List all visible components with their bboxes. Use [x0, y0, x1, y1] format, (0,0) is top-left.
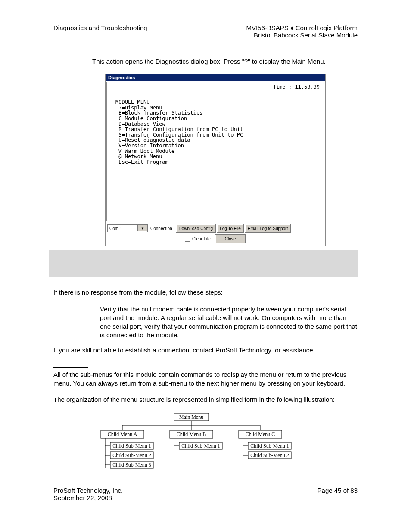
verify-paragraph: Verify that the null modem cable is conn…: [100, 305, 358, 340]
intro-paragraph: This action opens the Diagnostics dialog…: [92, 57, 358, 66]
diagram-a2: Child Sub-Menu 2: [112, 452, 151, 458]
submenus-paragraph: All of the sub-menus for this module con…: [53, 370, 358, 388]
header-left: Diagnostics and Troubleshooting: [53, 24, 147, 31]
diagram-main: Main Menu: [179, 414, 203, 420]
time-display: Time : 11.58.39: [273, 85, 320, 90]
clear-file-label: Clear File: [192, 236, 211, 241]
diagnostics-dialog: Diagnostics Time : 11.58.39 MODULE MENU …: [105, 74, 326, 246]
no-response-paragraph: If there is no response from the module,…: [53, 288, 358, 297]
gray-spacer-bar: [49, 250, 358, 277]
connection-label: Connection: [150, 226, 172, 231]
diagram-a3: Child Sub-Menu 3: [112, 462, 151, 468]
header-right-line1: MVI56-BSAPS ♦ ControlLogix Platform: [246, 24, 358, 31]
chevron-down-icon: ▼: [137, 225, 147, 231]
dialog-titlebar: Diagnostics: [106, 74, 325, 81]
assistance-paragraph: If you are still not able to establish a…: [53, 346, 358, 355]
diagram-child-a: Child Menu A: [108, 431, 137, 437]
email-log-button[interactable]: Email Log to Support: [245, 224, 291, 233]
dialog-control-bar: Com 1 ▼ Connection DownLoad Config Log T…: [106, 223, 325, 246]
clear-file-checkbox[interactable]: Clear File: [185, 236, 211, 242]
close-button[interactable]: Close: [215, 234, 246, 243]
footer-company: ProSoft Technology, Inc.: [53, 487, 123, 494]
section-divider: [53, 367, 88, 368]
diagram-child-c: Child Menu C: [246, 431, 275, 437]
page-footer: ProSoft Technology, Inc. September 22, 2…: [53, 485, 358, 501]
page-header: Diagnostics and Troubleshooting MVI56-BS…: [53, 24, 358, 47]
terminal-area: Time : 11.58.39 MODULE MENU ?=Display Me…: [106, 82, 324, 221]
com-port-select[interactable]: Com 1 ▼: [107, 224, 148, 232]
footer-date: September 22, 2008: [53, 494, 123, 501]
checkbox-icon: [185, 236, 190, 242]
diagram-a1: Child Sub-Menu 1: [112, 443, 151, 449]
footer-page: Page 45 of 83: [318, 487, 358, 501]
diagram-child-b: Child Menu B: [177, 431, 206, 437]
menu-structure-diagram: Main Menu Child Menu A Child Menu B Chil…: [92, 412, 290, 473]
com-port-value: Com 1: [108, 226, 124, 231]
diagram-c2: Child Sub-Menu 2: [250, 452, 289, 458]
module-menu-text: MODULE MENU ?=Display Menu B=Block Trans…: [107, 82, 324, 165]
header-right-line2: Bristol Babcock Serial Slave Module: [246, 31, 358, 39]
log-to-file-button[interactable]: Log To File: [217, 224, 244, 233]
download-config-button[interactable]: DownLoad Config: [176, 224, 216, 233]
diagram-b1: Child Sub-Menu 1: [181, 443, 220, 449]
organization-paragraph: The organization of the menu structure i…: [53, 395, 358, 404]
diagram-c1: Child Sub-Menu 1: [250, 443, 289, 449]
